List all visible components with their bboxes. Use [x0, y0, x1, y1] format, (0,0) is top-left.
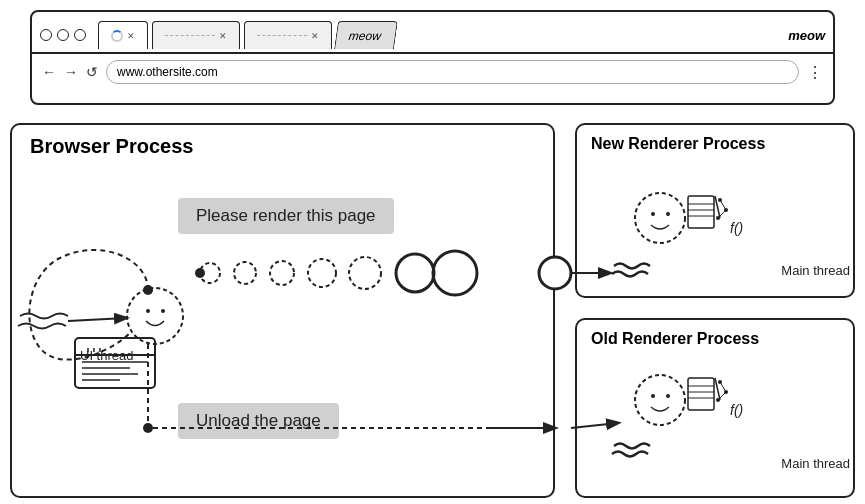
- tab-bar: ✕ ✕ ✕ meow meow: [32, 12, 833, 54]
- tab-3[interactable]: ✕: [244, 21, 332, 49]
- tab-close-1[interactable]: ✕: [127, 31, 135, 41]
- new-renderer-label: New Renderer Process: [591, 135, 765, 153]
- main-thread-new-label: Main thread: [781, 263, 850, 278]
- diagram: Browser Process New Renderer Process Old…: [0, 118, 865, 504]
- wc-yellow: [57, 29, 69, 41]
- forward-button[interactable]: →: [64, 64, 78, 80]
- render-message-text: Please render this page: [196, 206, 376, 225]
- browser-process-label: Browser Process: [30, 135, 193, 158]
- reload-button[interactable]: ↺: [86, 64, 98, 80]
- meow-label: meow: [788, 28, 825, 43]
- unload-message: Unload the page: [178, 403, 339, 439]
- tab-4-label: meow: [348, 29, 382, 43]
- more-button[interactable]: ⋮: [807, 63, 823, 82]
- unload-message-text: Unload the page: [196, 411, 321, 430]
- tab-spinner: [111, 30, 123, 42]
- browser-chrome: ✕ ✕ ✕ meow meow ← → ↺ www.othersite.com …: [30, 10, 835, 105]
- tab-close-2[interactable]: ✕: [219, 31, 227, 41]
- url-text: www.othersite.com: [117, 65, 218, 79]
- address-bar: ← → ↺ www.othersite.com ⋮: [32, 54, 833, 90]
- old-renderer-label: Old Renderer Process: [591, 330, 759, 348]
- tab-4[interactable]: meow: [334, 21, 398, 49]
- window-controls: [40, 29, 86, 41]
- render-message: Please render this page: [178, 198, 394, 234]
- main-thread-old-label: Main thread: [781, 456, 850, 471]
- tab-close-3[interactable]: ✕: [311, 31, 319, 41]
- wc-green: [74, 29, 86, 41]
- wc-red: [40, 29, 52, 41]
- back-button[interactable]: ←: [42, 64, 56, 80]
- ui-thread-label: UI thread: [80, 348, 133, 363]
- old-renderer-box: Old Renderer Process: [575, 318, 855, 498]
- url-input[interactable]: www.othersite.com: [106, 60, 799, 84]
- browser-process-box: Browser Process: [10, 123, 555, 498]
- tab-2[interactable]: ✕: [152, 21, 240, 49]
- tab-1[interactable]: ✕: [98, 21, 148, 49]
